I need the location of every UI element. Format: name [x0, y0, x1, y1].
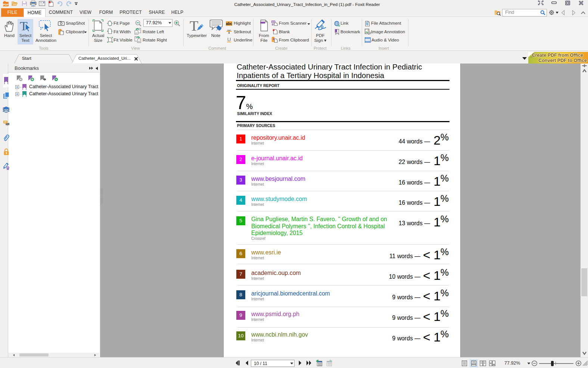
svg-text:abc: abc	[226, 22, 232, 26]
svg-text:U: U	[227, 37, 231, 42]
svg-text:PDF: PDF	[3, 3, 9, 6]
